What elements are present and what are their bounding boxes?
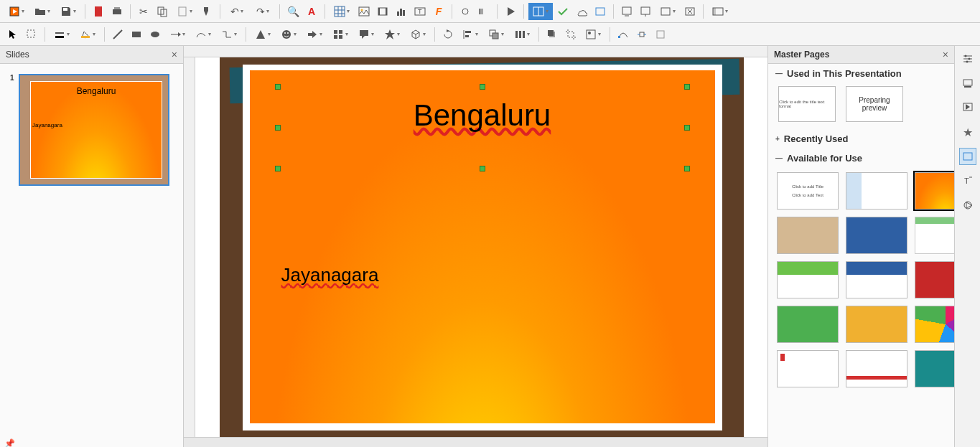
master-redmark[interactable] — [777, 350, 839, 387]
slides-panel-close-icon[interactable]: × — [172, 49, 177, 60]
tab-slide-icon[interactable] — [959, 75, 976, 92]
master-panel-close-icon[interactable]: × — [943, 49, 948, 60]
tab-gallery-icon[interactable] — [959, 99, 976, 116]
used-master-1[interactable]: Click to edit the title text format — [778, 86, 836, 122]
flowchart-button[interactable] — [328, 26, 353, 43]
distribute-button[interactable] — [510, 26, 534, 43]
master-green2[interactable] — [777, 306, 839, 343]
slide-thumbnail-1[interactable]: Bengaluru Jayanagara — [19, 74, 169, 186]
master-yellow[interactable] — [846, 306, 907, 343]
spellcheck-button[interactable]: A — [303, 3, 320, 20]
check-button[interactable] — [554, 3, 571, 20]
3d-button[interactable] — [406, 26, 430, 43]
fill-color-button[interactable] — [75, 26, 100, 43]
resize-handle-mr[interactable] — [684, 125, 690, 131]
block-arrows-button[interactable] — [302, 26, 327, 43]
arrange-button[interactable] — [484, 26, 508, 43]
slide-button[interactable] — [618, 3, 635, 20]
select-tool[interactable] — [4, 26, 22, 43]
resize-handle-tm[interactable] — [480, 84, 485, 90]
clone-format-button[interactable] — [198, 3, 215, 20]
start-presentation-button[interactable] — [502, 3, 519, 20]
line-color-button[interactable] — [50, 26, 74, 43]
master-gray[interactable] — [915, 217, 954, 254]
points-button[interactable] — [615, 26, 632, 43]
resize-handle-tl[interactable] — [275, 84, 281, 90]
master-bluelist[interactable] — [846, 172, 907, 210]
section-used[interactable]: —Used in This Presentation — [768, 64, 954, 83]
tab-transition-icon[interactable] — [959, 197, 976, 214]
cloud-button[interactable] — [573, 3, 590, 20]
callout-button[interactable] — [354, 26, 378, 43]
chart-button[interactable] — [393, 3, 410, 20]
slide-layout-button[interactable] — [655, 3, 680, 20]
title-placeholder[interactable]: Bengaluru — [277, 86, 688, 169]
master-default[interactable]: Click to add TitleClick to add Text — [777, 172, 839, 210]
image-button[interactable] — [355, 3, 373, 20]
tab-master-icon[interactable] — [959, 148, 976, 165]
window-split-button[interactable] — [528, 3, 553, 20]
new-doc-button[interactable] — [4, 3, 29, 20]
filter-button[interactable] — [581, 26, 605, 43]
paste-button[interactable] — [172, 3, 197, 20]
table-button[interactable] — [330, 3, 354, 20]
views-button[interactable] — [708, 3, 732, 20]
rect-tool[interactable] — [128, 26, 145, 43]
copy-button[interactable] — [154, 3, 171, 20]
resize-handle-bm[interactable] — [480, 166, 485, 171]
align-button[interactable] — [458, 26, 482, 43]
glue-button[interactable] — [633, 26, 650, 43]
insert-special-button[interactable] — [475, 3, 493, 20]
hyperlink-button[interactable] — [457, 3, 474, 20]
slide-canvas[interactable]: Bengaluru Jayanagara — [220, 57, 744, 437]
connector-tool[interactable] — [217, 26, 241, 43]
resize-handle-tr[interactable] — [684, 84, 690, 90]
used-master-preparing[interactable]: Preparing preview — [846, 86, 903, 122]
master-red[interactable] — [915, 261, 954, 298]
canvas-scroll[interactable]: Bengaluru Jayanagara — [184, 57, 767, 437]
rotate-button[interactable] — [439, 26, 457, 43]
save-button[interactable] — [56, 3, 80, 20]
fontwork-button[interactable]: F — [430, 3, 447, 20]
textbox-button[interactable]: T — [411, 3, 429, 20]
crop-button[interactable] — [562, 26, 579, 43]
master-sunburst[interactable] — [915, 172, 954, 210]
close-slide-button[interactable] — [681, 3, 699, 20]
horizontal-scrollbar[interactable] — [184, 437, 767, 447]
export-pdf-button[interactable] — [90, 3, 107, 20]
master-triangle[interactable] — [915, 306, 954, 343]
curve-tool[interactable] — [191, 26, 215, 43]
slide-title-text[interactable]: Bengaluru — [278, 87, 687, 133]
slide-body-text[interactable]: Jayanagara — [281, 264, 379, 286]
extrusion-button[interactable] — [652, 26, 669, 43]
section-available[interactable]: —Available for Use — [768, 149, 954, 168]
master-green[interactable] — [777, 261, 839, 298]
basic-shapes-button[interactable] — [251, 26, 275, 43]
zoom-rect-tool[interactable] — [23, 26, 40, 43]
arrow-tool[interactable] — [165, 26, 190, 43]
resize-handle-ml[interactable] — [275, 125, 281, 131]
open-button[interactable] — [30, 3, 55, 20]
line-tool[interactable] — [109, 26, 126, 43]
master-slide-button[interactable] — [592, 3, 609, 20]
slide-prop-button[interactable] — [637, 3, 654, 20]
master-cork[interactable] — [777, 217, 839, 254]
cut-button[interactable]: ✂ — [135, 3, 152, 20]
find-button[interactable]: 🔍 — [284, 3, 302, 20]
stars-button[interactable] — [380, 26, 404, 43]
ellipse-tool[interactable] — [146, 26, 164, 43]
tab-properties-icon[interactable] — [959, 50, 976, 67]
redo-button[interactable]: ↷ — [251, 3, 275, 20]
section-recent[interactable]: +Recently Used — [768, 129, 954, 149]
media-button[interactable] — [374, 3, 391, 20]
master-blue[interactable] — [846, 217, 907, 254]
resize-handle-bl[interactable] — [275, 166, 281, 171]
resize-handle-br[interactable] — [684, 166, 690, 171]
undo-button[interactable]: ↶ — [225, 3, 249, 20]
symbol-shapes-button[interactable] — [276, 26, 301, 43]
master-redstripe[interactable] — [846, 350, 907, 387]
print-button[interactable] — [108, 3, 126, 20]
tab-animation-icon[interactable]: T — [959, 172, 976, 189]
master-teal[interactable] — [915, 350, 954, 387]
master-blue2[interactable] — [846, 261, 907, 298]
